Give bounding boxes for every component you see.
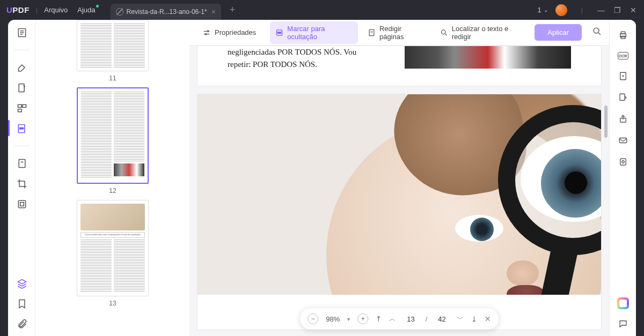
reader-mode-icon[interactable] bbox=[17, 27, 27, 38]
svg-point-16 bbox=[594, 28, 599, 33]
highlight-tool-icon[interactable] bbox=[17, 62, 27, 73]
zoom-value: 98% bbox=[326, 315, 340, 323]
protect-icon[interactable] bbox=[618, 157, 628, 167]
redact-pages-icon bbox=[368, 28, 376, 37]
svg-rect-2 bbox=[18, 104, 21, 107]
vertical-scrollbar[interactable] bbox=[604, 106, 608, 138]
email-icon[interactable] bbox=[618, 136, 628, 145]
page-12-text: negligenciadas POR TODOS NÓS. Vou repeti… bbox=[228, 46, 378, 70]
separator bbox=[14, 50, 30, 50]
left-tool-rail bbox=[8, 20, 36, 336]
svg-point-15 bbox=[441, 29, 445, 34]
svg-point-25 bbox=[621, 161, 624, 163]
apply-button[interactable]: Aplicar bbox=[535, 24, 582, 41]
thumbnail-number: 12 bbox=[77, 187, 149, 195]
add-tab-button[interactable]: + bbox=[230, 4, 236, 16]
document-scroll-area[interactable]: negligenciadas POR TODOS NÓS. Vou repeti… bbox=[189, 46, 609, 336]
ai-assistant-icon[interactable] bbox=[617, 297, 629, 309]
sliders-icon bbox=[202, 28, 211, 37]
thumbnail-13[interactable]: Como (realmente) usar as pesquisas a fav… bbox=[77, 200, 149, 307]
first-page-icon[interactable]: ⤒ bbox=[376, 315, 382, 323]
svg-rect-6 bbox=[19, 128, 23, 129]
last-page-icon[interactable]: ⤓ bbox=[471, 315, 477, 323]
thumbnail-panel[interactable]: 11 12 Como (realmente) usar as pesquisas… bbox=[36, 20, 189, 336]
zoom-out-button[interactable]: − bbox=[308, 313, 318, 324]
svg-rect-4 bbox=[18, 109, 21, 112]
watermark-tool-icon[interactable] bbox=[17, 199, 27, 210]
bookmark-icon[interactable] bbox=[17, 298, 27, 309]
notification-dot bbox=[96, 5, 99, 8]
find-and-redact-button[interactable]: Localizar o texto e redigir bbox=[435, 21, 531, 44]
tab-close-icon[interactable]: × bbox=[211, 8, 216, 16]
properties-button[interactable]: Propriedades bbox=[197, 25, 261, 40]
svg-rect-14 bbox=[369, 29, 374, 35]
svg-rect-3 bbox=[22, 104, 26, 107]
total-pages: 42 bbox=[435, 314, 449, 324]
search-icon[interactable] bbox=[592, 27, 602, 38]
document-tab[interactable]: Revista-da-R...13-ano-06-1* × bbox=[111, 4, 221, 20]
share-icon[interactable] bbox=[618, 114, 628, 124]
organize-tool-icon[interactable] bbox=[17, 103, 27, 114]
svg-rect-24 bbox=[620, 159, 626, 165]
maximize-icon[interactable]: ❐ bbox=[613, 6, 621, 14]
zoom-dropdown-icon[interactable]: ▾ bbox=[347, 316, 350, 322]
svg-point-11 bbox=[205, 33, 207, 35]
convert-icon[interactable] bbox=[618, 93, 628, 102]
page-separator: / bbox=[426, 315, 428, 323]
svg-rect-21 bbox=[620, 94, 625, 100]
compress-icon[interactable] bbox=[618, 71, 628, 81]
separator: | bbox=[36, 6, 38, 14]
app-logo: UPDF bbox=[6, 5, 30, 14]
ocr-icon[interactable]: OCR bbox=[618, 52, 628, 59]
svg-rect-23 bbox=[619, 138, 627, 143]
page-13: Como ( ) quisas bbox=[197, 94, 602, 330]
right-tool-rail: OCR bbox=[609, 20, 636, 336]
svg-rect-7 bbox=[19, 160, 25, 168]
form-tool-icon[interactable] bbox=[17, 158, 27, 169]
layers-icon[interactable] bbox=[17, 278, 27, 289]
current-page-input[interactable]: 13 bbox=[404, 314, 418, 324]
user-avatar[interactable] bbox=[555, 4, 567, 16]
redact-tab-icon bbox=[116, 8, 123, 16]
search-redact-icon bbox=[440, 28, 448, 37]
separator bbox=[14, 146, 30, 146]
svg-rect-1 bbox=[19, 84, 24, 92]
next-page-icon[interactable]: ﹀ bbox=[457, 314, 464, 324]
page-13-hero-image bbox=[197, 94, 601, 295]
prev-page-icon[interactable]: ︿ bbox=[389, 314, 396, 324]
redact-mark-icon bbox=[275, 28, 283, 37]
svg-rect-8 bbox=[18, 200, 25, 207]
redact-toolbar: Propriedades Marcar para ocultação Redig… bbox=[189, 20, 609, 46]
svg-rect-9 bbox=[20, 203, 24, 206]
page-dropdown[interactable]: 1 ⌄ bbox=[537, 6, 547, 14]
separator: | bbox=[581, 6, 583, 14]
menu-file[interactable]: Arquivo bbox=[44, 6, 68, 14]
svg-rect-18 bbox=[621, 32, 625, 34]
svg-rect-13 bbox=[278, 32, 281, 33]
close-icon[interactable]: ✕ bbox=[629, 6, 638, 14]
minimize-icon[interactable]: — bbox=[597, 6, 605, 14]
svg-rect-19 bbox=[621, 36, 625, 39]
crop-tool-icon[interactable] bbox=[17, 178, 27, 189]
comment-icon[interactable] bbox=[618, 319, 628, 328]
close-nav-icon[interactable]: ✕ bbox=[485, 315, 491, 323]
thumbnail-number: 13 bbox=[77, 300, 149, 307]
page-navigation-bar: − 98% ▾ + ⤒ ︿ 13 / 42 ﹀ ⤓ ✕ bbox=[300, 308, 499, 330]
edit-tool-icon[interactable] bbox=[17, 83, 27, 93]
attachment-icon[interactable] bbox=[17, 319, 27, 330]
thumbnail-number: 11 bbox=[77, 74, 149, 82]
thumbnail-12[interactable]: 12 bbox=[77, 87, 149, 195]
tab-title: Revista-da-R...13-ano-06-1* bbox=[127, 8, 207, 16]
page-12: negligenciadas POR TODOS NÓS. Vou repeti… bbox=[197, 46, 602, 86]
thumbnail-11[interactable]: 11 bbox=[77, 20, 149, 82]
print-icon[interactable] bbox=[618, 31, 628, 40]
menu-help[interactable]: Ajuda bbox=[77, 6, 95, 14]
mark-for-redaction-button[interactable]: Marcar para ocultação bbox=[270, 21, 358, 44]
redact-tool-icon[interactable] bbox=[17, 123, 27, 134]
titlebar: UPDF | Arquivo Ajuda Revista-da-R...13-a… bbox=[0, 0, 644, 20]
redact-pages-button[interactable]: Redigir páginas bbox=[362, 21, 430, 44]
main-panel: 11 12 Como (realmente) usar as pesquisas… bbox=[8, 20, 636, 336]
page-12-image bbox=[405, 46, 571, 69]
zoom-in-button[interactable]: + bbox=[357, 313, 368, 324]
document-viewport: Propriedades Marcar para ocultação Redig… bbox=[189, 20, 609, 336]
